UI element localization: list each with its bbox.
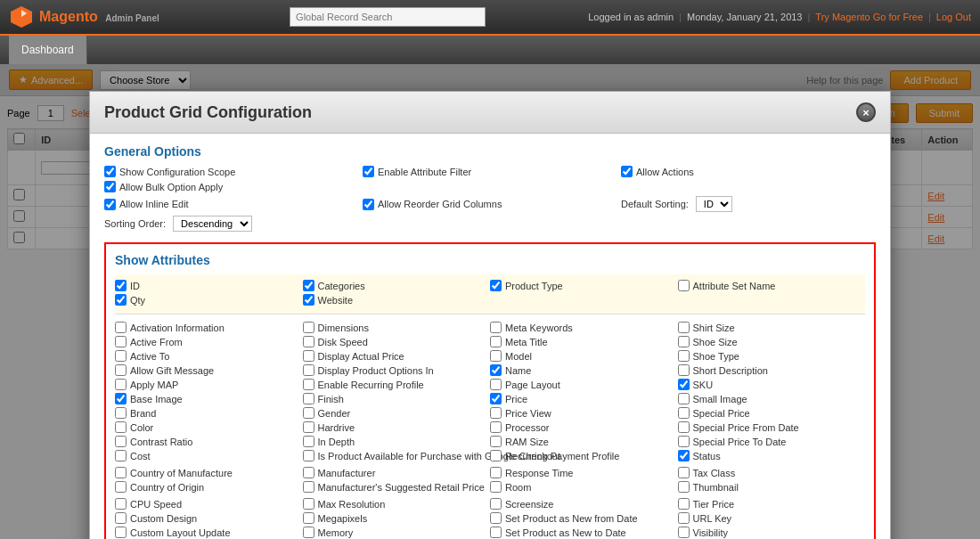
attr-col: CPU Speed [115, 498, 303, 510]
attr-checkbox-12-2[interactable] [490, 481, 502, 493]
attr-checkbox-9-3[interactable] [678, 450, 690, 461]
attr-checkbox-11-0[interactable] [115, 467, 127, 478]
attr-checkbox-4-0[interactable] [115, 379, 127, 390]
attr-checkbox-4-3[interactable] [678, 379, 690, 390]
attr-checkbox-6-3[interactable] [678, 407, 690, 419]
attr-col: Display Actual Price [303, 350, 491, 362]
attr-checkbox-1-2[interactable] [490, 336, 502, 347]
attr-checkbox-4-2[interactable] [490, 379, 502, 390]
attr-website-checkbox[interactable] [303, 294, 314, 306]
attr-checkbox-7-1[interactable] [303, 421, 314, 433]
attr-checkbox-7-3[interactable] [678, 421, 690, 433]
attr-checkbox-15-0[interactable] [115, 512, 127, 524]
attr-row: CostIs Product Available for Purchase wi… [115, 450, 865, 461]
attr-checkbox-7-0[interactable] [115, 421, 127, 433]
attr-checkbox-1-3[interactable] [678, 336, 690, 347]
attr-checkbox-8-1[interactable] [303, 436, 314, 447]
attr-col: Screensize [490, 498, 678, 510]
attr-checkbox-1-0[interactable] [115, 336, 127, 347]
sorting-order-select[interactable]: Descending Ascending [173, 216, 252, 232]
attr-checkbox-2-1[interactable] [303, 350, 314, 362]
logout-link[interactable]: Log Out [936, 12, 971, 22]
attr-label-2-1: Display Actual Price [318, 351, 404, 362]
general-options-row1: Show Configuration Scope Enable Attribut… [104, 166, 876, 192]
attr-checkbox-11-2[interactable] [490, 467, 502, 478]
attr-label-3-2: Name [505, 365, 531, 376]
attr-qty-checkbox[interactable] [115, 294, 127, 306]
attr-checkbox-15-2[interactable] [490, 512, 502, 524]
attr-product-type-checkbox[interactable] [490, 280, 502, 291]
show-config-scope-checkbox[interactable] [104, 166, 116, 177]
attr-checkbox-0-1[interactable] [303, 322, 314, 333]
attr-checkbox-6-0[interactable] [115, 407, 127, 419]
allow-inline-label: Allow Inline Edit [119, 199, 189, 209]
enable-attr-filter-checkbox[interactable] [363, 166, 374, 177]
attr-checkbox-15-3[interactable] [678, 512, 690, 524]
allow-bulk-checkbox[interactable] [104, 181, 116, 192]
attr-col: Meta Keywords [490, 322, 678, 333]
allow-actions-checkbox[interactable] [621, 166, 633, 177]
attr-checkbox-16-0[interactable] [115, 527, 127, 538]
attr-checkbox-9-2[interactable] [490, 450, 502, 461]
attr-checkbox-8-0[interactable] [115, 436, 127, 447]
allow-reorder-checkbox[interactable] [363, 199, 374, 210]
attr-checkbox-6-1[interactable] [303, 407, 314, 419]
attr-checkbox-5-0[interactable] [115, 393, 127, 404]
attr-checkbox-11-3[interactable] [678, 467, 690, 478]
attr-checkbox-14-1[interactable] [303, 498, 314, 510]
attr-checkbox-0-3[interactable] [678, 322, 690, 333]
attr-label-0-1: Dimensions [318, 323, 369, 333]
attr-checkbox-2-0[interactable] [115, 350, 127, 362]
allow-inline-checkbox[interactable] [104, 199, 116, 210]
attr-checkbox-14-0[interactable] [115, 498, 127, 510]
attr-checkbox-14-2[interactable] [490, 498, 502, 510]
attr-row: Custom Layout UpdateMemorySet Product as… [115, 527, 865, 538]
highlighted-attrs: ID Categories Product Type [115, 274, 865, 314]
attr-checkbox-16-2[interactable] [490, 527, 502, 538]
attr-checkbox-9-1[interactable] [303, 450, 314, 461]
attr-checkbox-5-1[interactable] [303, 393, 314, 404]
attr-checkbox-1-1[interactable] [303, 336, 314, 347]
attr-checkbox-7-2[interactable] [490, 421, 502, 433]
attr-checkbox-2-3[interactable] [678, 350, 690, 362]
attr-checkbox-9-0[interactable] [115, 450, 127, 461]
try-magento-link[interactable]: Try Magento Go for Free [815, 12, 923, 22]
attr-col: Megapixels [303, 512, 491, 524]
attr-checkbox-16-1[interactable] [303, 527, 314, 538]
default-sorting-select[interactable]: ID [696, 196, 732, 212]
attr-id-checkbox[interactable] [115, 280, 127, 291]
attr-checkbox-11-1[interactable] [303, 467, 314, 478]
attr-checkbox-3-0[interactable] [115, 364, 127, 376]
attr-checkbox-3-2[interactable] [490, 364, 502, 376]
attr-col: Special Price [678, 407, 866, 419]
attr-categories-checkbox[interactable] [303, 280, 314, 291]
attr-checkbox-3-1[interactable] [303, 364, 314, 376]
attr-checkbox-6-2[interactable] [490, 407, 502, 419]
attr-checkbox-8-3[interactable] [678, 436, 690, 447]
attr-checkbox-16-3[interactable] [678, 527, 690, 538]
global-search-input[interactable] [290, 7, 486, 27]
attr-checkbox-0-2[interactable] [490, 322, 502, 333]
attr-checkbox-8-2[interactable] [490, 436, 502, 447]
attr-checkbox-5-2[interactable] [490, 393, 502, 404]
attr-qty: Qty [115, 294, 303, 306]
attr-label-15-2: Set Product as New from Date [505, 513, 638, 524]
attr-checkbox-4-1[interactable] [303, 379, 314, 390]
attr-checkbox-12-0[interactable] [115, 481, 127, 493]
attr-label-12-2: Room [505, 482, 531, 493]
attr-label-1-0: Active From [130, 337, 183, 347]
attr-checkbox-14-3[interactable] [678, 498, 690, 510]
attr-checkbox-5-3[interactable] [678, 393, 690, 404]
attr-checkbox-15-1[interactable] [303, 512, 314, 524]
modal-close-button[interactable]: × [856, 102, 876, 122]
nav-item-dashboard[interactable]: Dashboard [9, 36, 87, 64]
attr-checkbox-12-1[interactable] [303, 481, 314, 493]
opt-show-config-scope: Show Configuration Scope [104, 166, 359, 177]
attr-label-8-1: In Depth [318, 437, 355, 447]
attr-checkbox-2-2[interactable] [490, 350, 502, 362]
attr-label-11-3: Tax Class [693, 468, 736, 478]
attr-checkbox-0-0[interactable] [115, 322, 127, 333]
attr-checkbox-12-3[interactable] [678, 481, 690, 493]
attr-checkbox-3-3[interactable] [678, 364, 690, 376]
attr-attrib-set-name-checkbox[interactable] [678, 280, 690, 291]
